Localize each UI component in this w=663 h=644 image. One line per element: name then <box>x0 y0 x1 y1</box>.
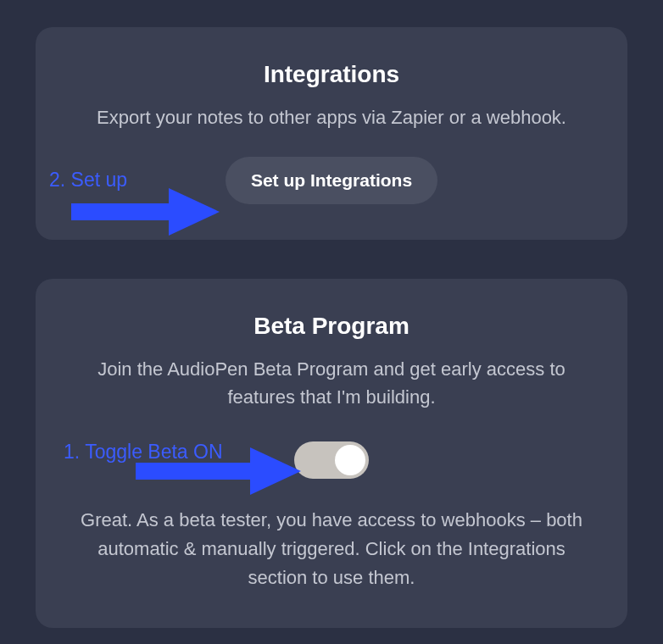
integrations-description: Export your notes to other apps via Zapi… <box>61 103 602 131</box>
integrations-card: Integrations Export your notes to other … <box>36 27 627 240</box>
beta-toggle[interactable] <box>294 441 369 479</box>
integrations-title: Integrations <box>61 61 602 88</box>
beta-title: Beta Program <box>61 313 602 340</box>
beta-description: Join the AudioPen Beta Program and get e… <box>61 355 602 411</box>
toggle-knob <box>335 445 365 475</box>
setup-integrations-button[interactable]: Set up Integrations <box>226 157 437 204</box>
beta-access-message: Great. As a beta tester, you have access… <box>61 506 602 592</box>
beta-program-card: Beta Program Join the AudioPen Beta Prog… <box>36 279 627 628</box>
